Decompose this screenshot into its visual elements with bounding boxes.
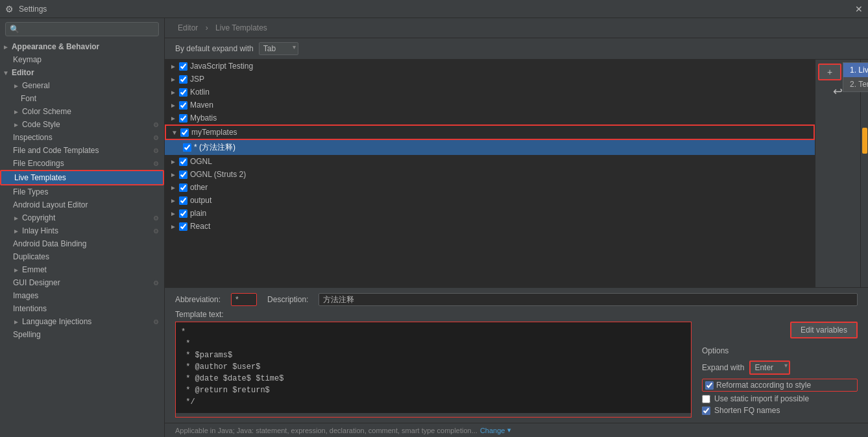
expand-select-wrapper: Tab Enter Space [259,42,298,55]
sidebar-item-android-data[interactable]: Android Data Binding [0,237,164,250]
item-checkbox[interactable] [183,143,191,152]
group-checkbox[interactable] [179,196,187,205]
reformat-row: Reformat according to style [702,379,858,392]
description-input[interactable] [319,293,858,306]
expand-bar: By default expand with Tab Enter Space [165,38,868,60]
arrow-icon: ► [13,228,19,235]
group-react[interactable]: ► React [165,220,815,233]
group-maven[interactable]: ► Maven [165,99,815,112]
sidebar-item-intentions[interactable]: Intentions [0,302,164,315]
sidebar-item-color-scheme[interactable]: ► Color Scheme [0,105,164,118]
sidebar-item-file-types[interactable]: File Types [0,185,164,198]
sidebar-item-images[interactable]: Images [0,289,164,302]
static-import-checkbox[interactable] [702,395,710,403]
sidebar-item-spelling[interactable]: Spelling [0,328,164,341]
sidebar-item-label: GUI Designer [13,278,60,287]
group-checkbox[interactable] [179,75,187,84]
sidebar-item-editor[interactable]: ▼ Editor [0,66,164,79]
static-import-label: Use static import if possible [714,394,809,403]
breadcrumb-separator: › [206,23,208,32]
group-checkbox[interactable] [179,209,187,218]
options-section: Options Expand with Enter Tab Space [702,346,858,418]
sidebar-item-lang-injections[interactable]: ► Language Injections ⚙ [0,315,164,328]
sidebar-item-general[interactable]: ► General [0,79,164,92]
applicable-change-link[interactable]: Change [480,427,505,434]
plus-dropdown: + 1. Live Template 2. Template Group... [818,64,858,80]
shorten-fq-checkbox[interactable] [702,407,710,415]
group-ognl-struts[interactable]: ► OGNL (Struts 2) [165,168,815,181]
sidebar-item-keymap[interactable]: Keymap [0,53,164,66]
template-textarea[interactable]: * * * $params$ * @author $user$ * @date … [176,322,691,413]
sidebar-item-code-style[interactable]: ► Code Style ⚙ [0,118,164,131]
template-item-method-comment[interactable]: * (方法注释) [165,140,815,155]
group-mytemplates[interactable]: ▼ myTemplates [165,124,815,140]
vertical-scrollbar[interactable] [860,60,868,287]
menu-item-template-group[interactable]: 2. Template Group... [843,77,868,91]
sidebar-item-emmet[interactable]: ► Emmet [0,263,164,276]
group-checkbox[interactable] [179,171,187,179]
group-checkbox[interactable] [179,114,187,123]
sidebar-item-inspections[interactable]: Inspections ⚙ [0,131,164,144]
gear-icon: ⚙ [153,134,159,141]
group-checkbox[interactable] [179,222,187,231]
arrow-icon: ► [170,63,176,70]
add-dropdown-menu: 1. Live Template 2. Template Group... [843,62,868,92]
sidebar-item-label: Appearance & Behavior [12,42,99,51]
description-label: Description: [267,295,308,304]
sidebar-item-label: File Encodings [13,159,64,168]
sidebar-item-appearance[interactable]: ► Appearance & Behavior [0,40,164,53]
sidebar-item-duplicates[interactable]: Duplicates [0,250,164,263]
add-button[interactable]: + [818,64,841,80]
sidebar-item-label: Inspections [13,133,53,142]
options-title: Options [702,346,858,355]
group-output[interactable]: ► output [165,194,815,207]
menu-item-live-template[interactable]: 1. Live Template [843,63,868,77]
group-other[interactable]: ► other [165,181,815,194]
sidebar-item-label: File and Code Templates [13,146,99,155]
sidebar-item-label: Spelling [13,330,41,339]
group-js-testing[interactable]: ► JavaScript Testing [165,60,815,73]
group-ognl[interactable]: ► OGNL [165,155,815,168]
group-checkbox[interactable] [179,101,187,110]
search-input[interactable] [5,22,159,36]
applicable-bar: Applicable in Java; Java: statement, exp… [165,423,868,437]
arrow-icon: ► [170,171,176,178]
edit-variables-button[interactable]: Edit variables [790,322,858,338]
sidebar-item-label: Editor [12,68,34,77]
group-mybatis[interactable]: ► Mybatis [165,112,815,124]
sidebar-item-font[interactable]: Font [0,92,164,105]
group-checkbox[interactable] [180,128,189,137]
arrow-icon: ▼ [3,69,9,77]
group-checkbox[interactable] [179,158,187,166]
template-text-row: * * * $params$ * @author $user$ * @date … [175,322,858,418]
group-jsp[interactable]: ► JSP [165,73,815,86]
group-checkbox[interactable] [179,88,187,97]
sidebar-item-label: Font [21,94,36,103]
group-checkbox[interactable] [179,62,187,71]
sidebar-item-copyright[interactable]: ► Copyright ⚙ [0,211,164,224]
item-label: * (方法注释) [194,142,235,153]
sidebar-item-label: Copyright [22,213,55,222]
group-label: Kotlin [190,88,210,97]
sidebar-item-android-layout[interactable]: Android Layout Editor [0,198,164,211]
gear-icon: ⚙ [153,215,159,222]
reformat-checkbox[interactable] [705,381,714,390]
group-label: Maven [190,100,213,110]
group-label: myTemplates [191,128,237,137]
sidebar-item-inlay-hints[interactable]: ► Inlay Hints ⚙ [0,224,164,237]
expand-select[interactable]: Tab Enter Space [259,42,298,55]
abbreviation-input[interactable] [231,293,257,306]
sidebar-item-live-templates[interactable]: Live Templates [0,170,164,185]
sidebar-item-gui-designer[interactable]: GUI Designer ⚙ [0,276,164,289]
scrollbar-thumb[interactable] [862,128,867,154]
template-text-label: Template text: [175,310,858,319]
sidebar: ► Appearance & Behavior Keymap ▼ Editor … [0,18,165,437]
sidebar-item-file-encodings[interactable]: File Encodings ⚙ [0,157,164,170]
group-plain[interactable]: ► plain [165,207,815,220]
expand-with-select[interactable]: Enter Tab Space [749,360,790,375]
shorten-fq-row: Shorten FQ names [702,406,858,415]
close-button[interactable]: ✕ [855,4,863,14]
group-checkbox[interactable] [179,183,187,192]
group-kotlin[interactable]: ► Kotlin [165,86,815,99]
sidebar-item-file-code-templates[interactable]: File and Code Templates ⚙ [0,144,164,157]
